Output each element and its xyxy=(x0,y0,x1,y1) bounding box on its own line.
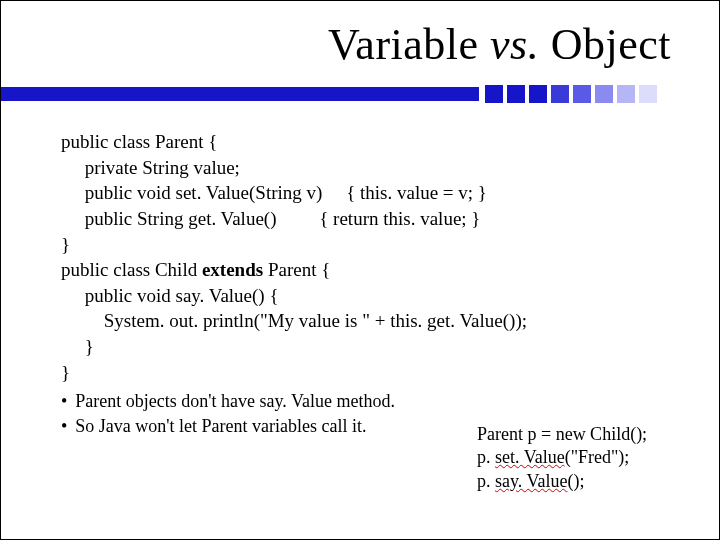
side-frag: p. xyxy=(477,447,495,467)
side-line: p. set. Value("Fred"); xyxy=(477,446,673,469)
side-code-box: Parent p = new Child(); p. set. Value("F… xyxy=(477,423,673,493)
code-frag: public String get. Value() xyxy=(61,208,276,229)
error-underline: set. Value xyxy=(495,447,565,467)
code-frag: { return this. value; } xyxy=(319,208,480,229)
side-line: p. say. Value(); xyxy=(477,470,673,493)
decor-square xyxy=(507,85,525,103)
code-frag: { this. value = v; } xyxy=(346,182,487,203)
slide-body: public class Parent { private String val… xyxy=(61,129,679,438)
side-frag: p. xyxy=(477,471,495,491)
code-line: private String value; xyxy=(61,155,679,181)
code-frag: public void set. Value(String v) xyxy=(61,182,322,203)
code-bold: extends xyxy=(202,259,263,280)
decor-square xyxy=(595,85,613,103)
bullet-text: Parent objects don't have say. Value met… xyxy=(75,389,395,413)
bullet-text: So Java won't let Parent variables call … xyxy=(75,414,366,438)
decor-square xyxy=(639,85,657,103)
code-frag: Parent { xyxy=(263,259,330,280)
bullet-dot-icon: • xyxy=(61,414,67,438)
bullet-dot-icon: • xyxy=(61,389,67,413)
bullet-item: • Parent objects don't have say. Value m… xyxy=(61,389,679,413)
code-line: public class Child extends Parent { xyxy=(61,257,679,283)
title-pre: Variable xyxy=(328,20,490,69)
code-line: } xyxy=(61,232,679,258)
code-line: public void set. Value(String v) { this.… xyxy=(61,180,679,206)
decor-solid-bar xyxy=(1,87,479,101)
decor-square xyxy=(529,85,547,103)
decor-square xyxy=(617,85,635,103)
slide-title: Variable vs. Object xyxy=(328,19,671,70)
code-line: public class Parent { xyxy=(61,129,679,155)
side-frag: ("Fred"); xyxy=(565,447,630,467)
code-line: } xyxy=(61,334,679,360)
code-line: public String get. Value() { return this… xyxy=(61,206,679,232)
decor-square xyxy=(485,85,503,103)
decor-square xyxy=(551,85,569,103)
code-line: } xyxy=(61,360,679,386)
code-frag: public class Child xyxy=(61,259,202,280)
side-frag: (); xyxy=(567,471,584,491)
slide: Variable vs. Object public class Parent … xyxy=(0,0,720,540)
error-underline: say. Value xyxy=(495,471,567,491)
title-post: Object xyxy=(539,20,671,69)
decor-square xyxy=(573,85,591,103)
decor-bar xyxy=(1,85,719,103)
side-line: Parent p = new Child(); xyxy=(477,423,673,446)
code-line: System. out. println("My value is " + th… xyxy=(61,308,679,334)
code-line: public void say. Value() { xyxy=(61,283,679,309)
title-vs: vs. xyxy=(490,20,539,69)
